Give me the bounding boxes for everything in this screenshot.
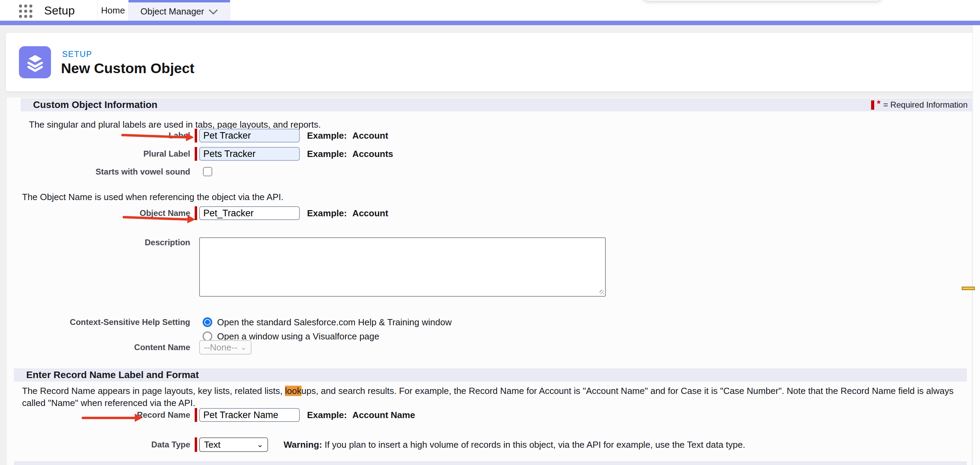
- field-row-record-name: Record Name Example:Account Name: [0, 408, 980, 422]
- object-name-note: The Object Name is used when referencing…: [22, 192, 283, 203]
- data-type-warning: Warning: If you plan to insert a high vo…: [283, 438, 745, 452]
- data-type-select-value: Text: [204, 439, 221, 450]
- description-field-label: Description: [21, 237, 190, 248]
- record-name-input[interactable]: [199, 408, 300, 422]
- vowel-sound-label: Starts with vowel sound: [21, 167, 190, 176]
- tab-object-manager[interactable]: Object Manager: [129, 0, 230, 21]
- content-name-select-value: --None--: [204, 342, 237, 353]
- object-name-example: Example:Account: [307, 206, 388, 220]
- record-name-example: Example:Account Name: [307, 408, 415, 422]
- brand-color-bar: [0, 21, 980, 25]
- intro-before: The Record Name appears in page layouts,…: [22, 386, 285, 396]
- plural-label-example: Example:Accounts: [307, 147, 393, 161]
- field-row-plural-label: Plural Label Example:Accounts: [0, 147, 980, 161]
- app-launcher-waffle-icon[interactable]: [19, 5, 35, 18]
- required-asterisk: *: [877, 100, 880, 107]
- page-title: New Custom Object: [61, 61, 194, 77]
- label-input[interactable]: [199, 129, 300, 142]
- content-name-select[interactable]: --None-- ⌄: [199, 340, 251, 355]
- vowel-sound-checkbox[interactable]: [203, 167, 212, 176]
- app-title: Setup: [44, 0, 75, 21]
- radio-visualforce-help[interactable]: [203, 331, 212, 341]
- field-row-vowel-sound: Starts with vowel sound: [0, 167, 980, 176]
- chevron-down-icon: ⌄: [257, 441, 263, 448]
- radio-standard-help-label: Open the standard Salesforce.com Help & …: [217, 317, 452, 328]
- screen: Setup Home Object Manager SETUP New Cust…: [0, 0, 980, 465]
- record-name-field-label: Record Name: [21, 408, 190, 422]
- find-highlight: look: [285, 386, 302, 396]
- field-row-content-name: Content Name --None-- ⌄: [0, 340, 980, 355]
- tab-home[interactable]: Home: [97, 0, 129, 21]
- field-row-help-setting: Context-Sensitive Help Setting Open the …: [0, 317, 980, 328]
- label-example: Example:Account: [307, 129, 388, 142]
- required-information-legend: * = Required Information: [871, 98, 967, 112]
- content-name-label: Content Name: [21, 340, 190, 355]
- description-textarea[interactable]: [199, 237, 606, 297]
- field-row-description: Description: [0, 237, 980, 297]
- field-row-data-type: Data Type Text ⌄ Warning: If you plan to…: [0, 438, 980, 452]
- required-legend-text: = Required Information: [883, 100, 967, 110]
- radio-standard-help[interactable]: [203, 317, 212, 327]
- textarea-resize-grip-icon[interactable]: [600, 290, 604, 294]
- chevron-down-icon: ⌄: [240, 344, 247, 351]
- section-header-custom-object-information: Custom Object Information * = Required I…: [21, 98, 974, 112]
- setup-eyebrow: SETUP: [62, 50, 92, 59]
- data-type-field-label: Data Type: [21, 438, 190, 452]
- chevron-down-icon: [209, 9, 218, 15]
- help-setting-label: Context-Sensitive Help Setting: [21, 317, 190, 328]
- data-type-select[interactable]: Text ⌄: [199, 438, 268, 452]
- required-bar: [195, 408, 197, 422]
- find-match-scroll-marker: [962, 287, 975, 290]
- next-section-header-partial: [14, 461, 967, 465]
- section-title: Custom Object Information: [33, 98, 158, 112]
- page-header-card: SETUP New Custom Object: [5, 32, 975, 92]
- scrollbar-track[interactable]: [972, 25, 980, 465]
- object-name-input[interactable]: [199, 206, 300, 220]
- section-title: Enter Record Name Label and Format: [26, 368, 199, 382]
- required-bar: [195, 147, 197, 161]
- plural-label-field-label: Plural Label: [21, 147, 190, 161]
- plural-label-input[interactable]: [199, 147, 300, 161]
- required-bar-icon: [871, 101, 874, 110]
- tab-object-manager-label: Object Manager: [141, 2, 204, 21]
- top-nav: Setup Home Object Manager: [0, 0, 980, 21]
- search-bar-shadow-artifact: [643, 0, 882, 1]
- custom-object-layers-icon: [19, 46, 51, 78]
- required-bar: [195, 438, 197, 452]
- record-name-intro-text: The Record Name appears in page layouts,…: [22, 385, 962, 409]
- required-bar: [195, 129, 197, 142]
- section-header-record-name: Enter Record Name Label and Format: [14, 368, 967, 382]
